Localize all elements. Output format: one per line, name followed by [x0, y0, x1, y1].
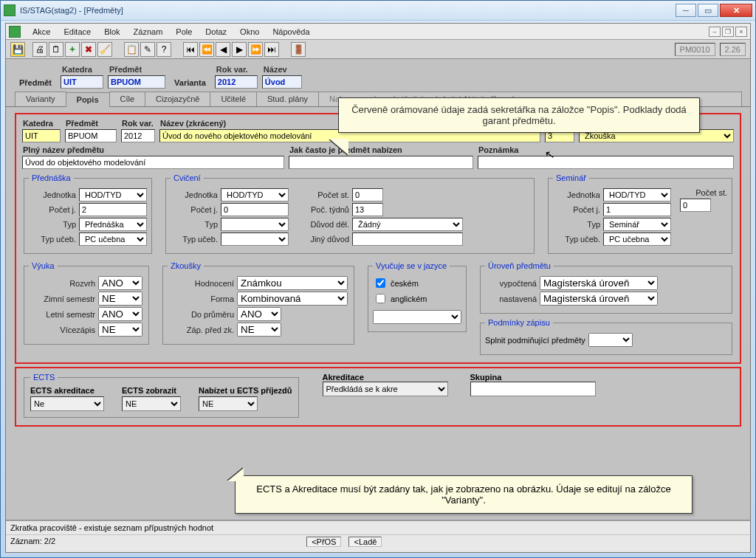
- group-zkousky: Zkoušky Hodnocení Známkou Forma Kombinov…: [162, 261, 354, 345]
- skupina-input[interactable]: [470, 382, 596, 396]
- pred-pocetj-input[interactable]: [79, 203, 147, 216]
- prev-icon[interactable]: ◀: [216, 42, 230, 57]
- main-pozn-input[interactable]: [478, 156, 734, 169]
- save-icon[interactable]: 💾: [10, 42, 25, 57]
- cv-typuceb-select[interactable]: [221, 232, 289, 246]
- menu-dotaz[interactable]: Dotaz: [199, 26, 233, 38]
- help-icon[interactable]: ?: [157, 42, 171, 57]
- menu-pole[interactable]: Pole: [170, 26, 198, 38]
- ur-vyp-select[interactable]: Magisterská úroveň: [540, 276, 658, 290]
- skupina-label: Skupina: [470, 373, 502, 382]
- zk-hodn-select[interactable]: Známkou: [237, 276, 348, 290]
- next-icon[interactable]: ▶: [232, 42, 247, 57]
- katedra-label: Katedra: [61, 65, 103, 75]
- main-plny-input[interactable]: [22, 156, 284, 169]
- menu-napoveda[interactable]: Nápověda: [267, 26, 315, 38]
- cv-jednotka-select[interactable]: HOD/TYD: [221, 188, 289, 202]
- cv-pocetst-label: Počet st.: [302, 190, 349, 199]
- cv-duvod-select[interactable]: Žádný: [352, 218, 463, 231]
- clipboard-icon[interactable]: 📋: [124, 42, 139, 57]
- status-seg-2: <Ladě: [348, 537, 382, 547]
- ur-nast-select[interactable]: Magisterská úroveň: [540, 292, 658, 306]
- cv-pocetst-input[interactable]: [352, 188, 383, 202]
- cv-poctyd-label: Poč. týdnů: [302, 205, 349, 214]
- akreditace-select[interactable]: Předkládá se k akre: [323, 382, 448, 396]
- cv-pocetj-input[interactable]: [221, 203, 289, 216]
- menu-zaznam[interactable]: Záznam: [128, 26, 169, 38]
- main-jakcasto-input[interactable]: [289, 156, 473, 169]
- zk-zap-select[interactable]: NE: [237, 323, 281, 337]
- ects-zob-select[interactable]: NE: [122, 396, 181, 411]
- cv-jiny-input[interactable]: [352, 232, 463, 246]
- mdi-close-button[interactable]: ×: [735, 27, 747, 37]
- menu-blok[interactable]: Blok: [98, 26, 126, 38]
- statusbar: Zkratka pracoviště - existuje seznam pří…: [6, 520, 750, 552]
- tab-ucitele[interactable]: Učitelé: [210, 92, 257, 106]
- pred-jednotka-select[interactable]: HOD/TYD: [79, 188, 147, 202]
- last-icon[interactable]: ⏭: [264, 42, 279, 57]
- clear-icon[interactable]: 🧹: [97, 42, 112, 57]
- podm-select[interactable]: [588, 333, 633, 347]
- cv-poctyd-input[interactable]: [352, 203, 383, 216]
- vy-zimni-select[interactable]: NE: [98, 292, 142, 306]
- mdi-restore-button[interactable]: ❐: [722, 27, 734, 37]
- prevpage-icon[interactable]: ⏪: [199, 42, 214, 57]
- main-katedra-input[interactable]: [22, 129, 61, 142]
- main-rokvar-input[interactable]: [121, 129, 155, 142]
- katedra-input[interactable]: [61, 75, 103, 89]
- predmet2-label: Předmět: [108, 65, 165, 75]
- jazyk-extra-select[interactable]: [373, 310, 461, 324]
- printset-icon[interactable]: 🗒: [49, 42, 63, 57]
- mdi-window-controls: – ❐ ×: [709, 27, 747, 37]
- chk-en-label: anglickém: [391, 294, 427, 303]
- print-icon[interactable]: 🖨: [32, 42, 47, 57]
- close-button[interactable]: ✕: [720, 4, 752, 17]
- sem-typ-select[interactable]: Seminář: [603, 218, 671, 231]
- predmet-input[interactable]: [108, 75, 165, 89]
- menu-okno[interactable]: Okno: [234, 26, 265, 38]
- sem-typuceb-select[interactable]: PC učebna: [603, 232, 671, 246]
- delete-icon[interactable]: ✖: [81, 42, 96, 57]
- titlebar: IS/STAG(stag2) - [Předměty] ─ ▭ ✕: [1, 1, 755, 21]
- first-icon[interactable]: ⏮: [183, 42, 198, 57]
- rokvar-input[interactable]: [215, 75, 258, 89]
- ects-akr-select[interactable]: Ne: [30, 396, 104, 411]
- chk-cz[interactable]: [376, 278, 385, 288]
- nazev-input[interactable]: [262, 75, 302, 89]
- vy-vice-select[interactable]: NE: [98, 323, 142, 337]
- sem-pocetj-input[interactable]: [603, 203, 671, 216]
- menu-akce[interactable]: Akce: [27, 26, 56, 38]
- tab-cile[interactable]: Cíle: [109, 92, 146, 106]
- tab-popis[interactable]: Popis: [66, 92, 110, 107]
- cv-duvod-label: Důvod děl.: [302, 220, 349, 229]
- nextpage-icon[interactable]: ⏩: [248, 42, 263, 57]
- sem-jednotka-select[interactable]: HOD/TYD: [603, 188, 671, 202]
- minimize-button[interactable]: ─: [676, 4, 696, 17]
- tab-cizojazycne[interactable]: Cizojazyčně: [145, 92, 210, 106]
- tab-varianty[interactable]: Varianty: [15, 92, 66, 106]
- zk-forma-select[interactable]: Kombinovaná: [237, 292, 348, 306]
- chk-en[interactable]: [376, 294, 385, 303]
- exit-icon[interactable]: 🚪: [291, 42, 306, 57]
- vy-letni-select[interactable]: ANO: [98, 307, 142, 321]
- main-predmet-input[interactable]: [65, 129, 117, 142]
- status-help-text: Zkratka pracoviště - existuje seznam pří…: [6, 521, 750, 535]
- callout-ects: ECTS a Akreditace musí být zadány tak, j…: [235, 475, 693, 514]
- pred-typuceb-select[interactable]: PC učebna: [79, 232, 147, 246]
- cv-typ-label: Typ: [171, 220, 218, 229]
- ects-nab-select[interactable]: NE: [199, 396, 258, 411]
- red-panel-ects: ECTS ECTS akreditace Ne ECTS zobrazit NE…: [15, 367, 741, 427]
- sem-typuceb-label: Typ učeb.: [553, 235, 600, 244]
- pred-typ-select[interactable]: Přednáška: [79, 218, 147, 231]
- ects-zob-l: ECTS zobrazit: [122, 386, 181, 395]
- tab-studplany[interactable]: Stud. plány: [256, 92, 319, 106]
- mdi-minimize-button[interactable]: –: [709, 27, 721, 37]
- vy-rozvrh-select[interactable]: ANO: [98, 276, 142, 290]
- add-icon[interactable]: ＋: [65, 42, 80, 57]
- sem-pocetst-input[interactable]: [680, 199, 711, 212]
- maximize-button[interactable]: ▭: [698, 4, 718, 17]
- edit-icon[interactable]: ✎: [140, 42, 155, 57]
- menu-editace[interactable]: Editace: [58, 26, 97, 38]
- cv-typ-select[interactable]: [221, 218, 289, 231]
- zk-dopr-select[interactable]: ANO: [237, 307, 281, 321]
